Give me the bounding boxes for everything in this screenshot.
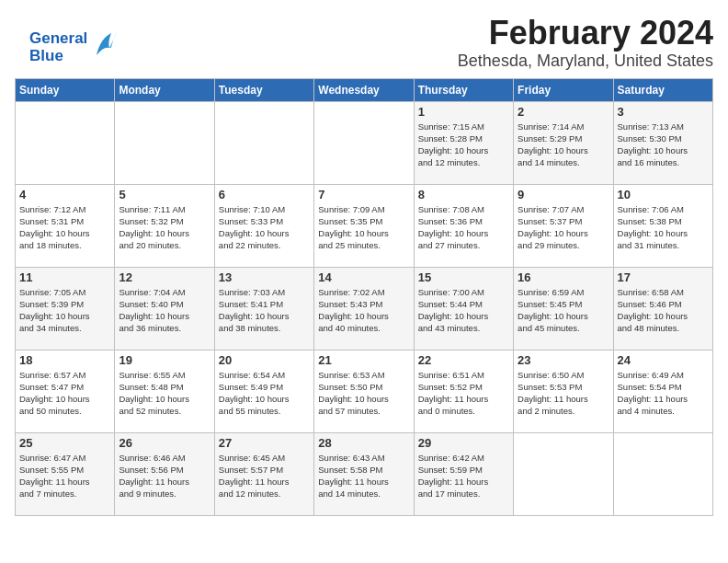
day-info: Sunrise: 6:58 AM Sunset: 5:46 PM Dayligh…: [618, 286, 709, 335]
weekday-header: Thursday: [414, 78, 513, 101]
calendar-cell: [613, 432, 712, 515]
calendar-cell: 6Sunrise: 7:10 AM Sunset: 5:33 PM Daylig…: [214, 184, 313, 267]
day-number: 4: [19, 188, 110, 201]
day-info: Sunrise: 7:09 AM Sunset: 5:35 PM Dayligh…: [318, 203, 409, 252]
calendar-cell: 1Sunrise: 7:15 AM Sunset: 5:28 PM Daylig…: [414, 101, 513, 184]
calendar-table: SundayMondayTuesdayWednesdayThursdayFrid…: [15, 78, 713, 516]
day-number: 15: [418, 270, 509, 284]
day-number: 20: [219, 353, 310, 367]
day-info: Sunrise: 7:00 AM Sunset: 5:44 PM Dayligh…: [418, 286, 509, 335]
day-number: 11: [19, 270, 110, 284]
day-info: Sunrise: 7:08 AM Sunset: 5:36 PM Dayligh…: [418, 203, 509, 252]
calendar-cell: 12Sunrise: 7:04 AM Sunset: 5:40 PM Dayli…: [115, 267, 214, 350]
day-info: Sunrise: 7:12 AM Sunset: 5:31 PM Dayligh…: [19, 203, 110, 252]
calendar-cell: 16Sunrise: 6:59 AM Sunset: 5:45 PM Dayli…: [514, 267, 613, 350]
calendar-cell: 7Sunrise: 7:09 AM Sunset: 5:35 PM Daylig…: [314, 184, 414, 267]
calendar-cell: 21Sunrise: 6:53 AM Sunset: 5:50 PM Dayli…: [314, 350, 414, 432]
logo: General Blue: [29, 29, 119, 66]
day-info: Sunrise: 6:43 AM Sunset: 5:58 PM Dayligh…: [318, 452, 409, 500]
day-number: 14: [318, 270, 409, 284]
logo-bird-icon: [91, 29, 119, 66]
top-area: General Blue February 2024 Bethesda, Mar…: [15, 15, 713, 71]
day-number: 18: [19, 353, 110, 367]
calendar-cell: 13Sunrise: 7:03 AM Sunset: 5:41 PM Dayli…: [214, 267, 313, 350]
day-number: 13: [219, 270, 310, 284]
calendar-cell: [115, 101, 214, 184]
calendar-cell: 2Sunrise: 7:14 AM Sunset: 5:29 PM Daylig…: [514, 101, 613, 184]
calendar-cell: 4Sunrise: 7:12 AM Sunset: 5:31 PM Daylig…: [16, 184, 115, 267]
day-number: 10: [618, 188, 709, 201]
day-number: 29: [418, 436, 509, 450]
weekday-header: Wednesday: [314, 78, 414, 101]
calendar-cell: [214, 101, 313, 184]
calendar-cell: 23Sunrise: 6:50 AM Sunset: 5:53 PM Dayli…: [514, 350, 613, 432]
day-number: 12: [119, 270, 210, 284]
weekday-header: Tuesday: [214, 78, 313, 101]
calendar-header-row: SundayMondayTuesdayWednesdayThursdayFrid…: [16, 78, 713, 101]
day-number: 16: [518, 270, 609, 284]
day-info: Sunrise: 6:55 AM Sunset: 5:48 PM Dayligh…: [119, 369, 210, 418]
calendar-cell: 26Sunrise: 6:46 AM Sunset: 5:56 PM Dayli…: [115, 432, 214, 515]
day-info: Sunrise: 6:50 AM Sunset: 5:53 PM Dayligh…: [518, 369, 609, 418]
day-number: 1: [418, 105, 509, 119]
calendar-body: 1Sunrise: 7:15 AM Sunset: 5:28 PM Daylig…: [16, 101, 713, 515]
day-info: Sunrise: 7:03 AM Sunset: 5:41 PM Dayligh…: [219, 286, 310, 335]
day-number: 6: [219, 188, 310, 201]
weekday-header: Saturday: [613, 78, 712, 101]
day-info: Sunrise: 7:14 AM Sunset: 5:29 PM Dayligh…: [518, 121, 609, 169]
day-info: Sunrise: 6:46 AM Sunset: 5:56 PM Dayligh…: [119, 452, 210, 500]
day-info: Sunrise: 7:13 AM Sunset: 5:30 PM Dayligh…: [618, 121, 709, 169]
day-number: 19: [119, 353, 210, 367]
weekday-header: Friday: [514, 78, 613, 101]
calendar-cell: 10Sunrise: 7:06 AM Sunset: 5:38 PM Dayli…: [613, 184, 712, 267]
day-number: 25: [19, 436, 110, 450]
day-info: Sunrise: 6:53 AM Sunset: 5:50 PM Dayligh…: [318, 369, 409, 418]
day-number: 5: [119, 188, 210, 201]
calendar-week-row: 4Sunrise: 7:12 AM Sunset: 5:31 PM Daylig…: [16, 184, 713, 267]
calendar-cell: 17Sunrise: 6:58 AM Sunset: 5:46 PM Dayli…: [613, 267, 712, 350]
day-info: Sunrise: 7:11 AM Sunset: 5:32 PM Dayligh…: [119, 203, 210, 252]
calendar-week-row: 25Sunrise: 6:47 AM Sunset: 5:55 PM Dayli…: [16, 432, 713, 515]
calendar-cell: 14Sunrise: 7:02 AM Sunset: 5:43 PM Dayli…: [314, 267, 414, 350]
calendar-cell: [314, 101, 414, 184]
calendar-cell: 28Sunrise: 6:43 AM Sunset: 5:58 PM Dayli…: [314, 432, 414, 515]
calendar-cell: [514, 432, 613, 515]
calendar-cell: 9Sunrise: 7:07 AM Sunset: 5:37 PM Daylig…: [514, 184, 613, 267]
calendar-cell: 18Sunrise: 6:57 AM Sunset: 5:47 PM Dayli…: [16, 350, 115, 432]
day-number: 17: [618, 270, 709, 284]
day-info: Sunrise: 7:02 AM Sunset: 5:43 PM Dayligh…: [318, 286, 409, 335]
calendar-cell: 19Sunrise: 6:55 AM Sunset: 5:48 PM Dayli…: [115, 350, 214, 432]
calendar-cell: 11Sunrise: 7:05 AM Sunset: 5:39 PM Dayli…: [16, 267, 115, 350]
day-info: Sunrise: 7:05 AM Sunset: 5:39 PM Dayligh…: [19, 286, 110, 335]
day-number: 23: [518, 353, 609, 367]
calendar-cell: 25Sunrise: 6:47 AM Sunset: 5:55 PM Dayli…: [16, 432, 115, 515]
calendar-cell: 3Sunrise: 7:13 AM Sunset: 5:30 PM Daylig…: [613, 101, 712, 184]
calendar-cell: 8Sunrise: 7:08 AM Sunset: 5:36 PM Daylig…: [414, 184, 513, 267]
calendar-cell: 29Sunrise: 6:42 AM Sunset: 5:59 PM Dayli…: [414, 432, 513, 515]
day-info: Sunrise: 6:42 AM Sunset: 5:59 PM Dayligh…: [418, 452, 509, 500]
month-title: February 2024: [15, 15, 713, 52]
day-number: 2: [518, 105, 609, 119]
day-info: Sunrise: 6:45 AM Sunset: 5:57 PM Dayligh…: [219, 452, 310, 500]
day-info: Sunrise: 7:06 AM Sunset: 5:38 PM Dayligh…: [618, 203, 709, 252]
day-info: Sunrise: 6:49 AM Sunset: 5:54 PM Dayligh…: [618, 369, 709, 418]
logo-general: General: [29, 30, 87, 48]
day-info: Sunrise: 7:15 AM Sunset: 5:28 PM Dayligh…: [418, 121, 509, 169]
calendar-cell: 5Sunrise: 7:11 AM Sunset: 5:32 PM Daylig…: [115, 184, 214, 267]
day-number: 27: [219, 436, 310, 450]
weekday-header: Sunday: [16, 78, 115, 101]
weekday-header: Monday: [115, 78, 214, 101]
calendar-week-row: 11Sunrise: 7:05 AM Sunset: 5:39 PM Dayli…: [16, 267, 713, 350]
calendar-cell: 24Sunrise: 6:49 AM Sunset: 5:54 PM Dayli…: [613, 350, 712, 432]
calendar-week-row: 18Sunrise: 6:57 AM Sunset: 5:47 PM Dayli…: [16, 350, 713, 432]
calendar-cell: 15Sunrise: 7:00 AM Sunset: 5:44 PM Dayli…: [414, 267, 513, 350]
day-number: 22: [418, 353, 509, 367]
day-info: Sunrise: 6:57 AM Sunset: 5:47 PM Dayligh…: [19, 369, 110, 418]
day-info: Sunrise: 7:07 AM Sunset: 5:37 PM Dayligh…: [518, 203, 609, 252]
day-info: Sunrise: 6:54 AM Sunset: 5:49 PM Dayligh…: [219, 369, 310, 418]
day-number: 7: [318, 188, 409, 201]
day-number: 26: [119, 436, 210, 450]
day-number: 8: [418, 188, 509, 201]
calendar-cell: [16, 101, 115, 184]
calendar-cell: 22Sunrise: 6:51 AM Sunset: 5:52 PM Dayli…: [414, 350, 513, 432]
